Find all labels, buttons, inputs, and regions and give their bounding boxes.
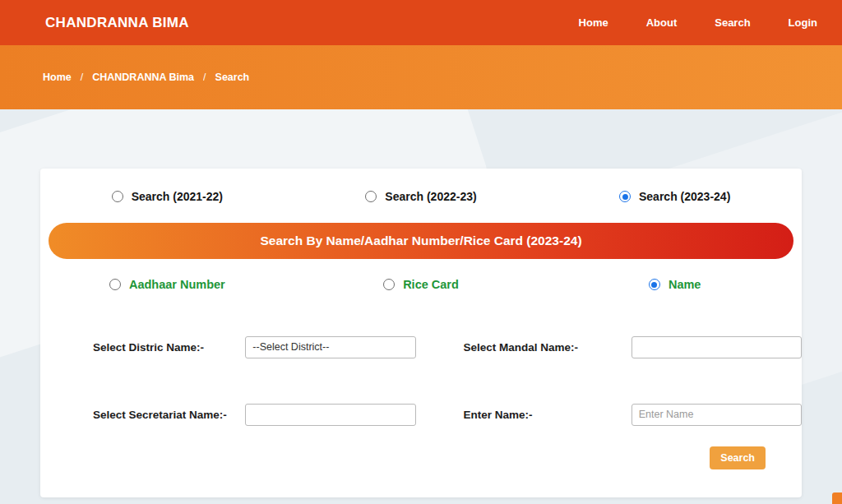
top-header: CHANDRANNA BIMA Home About Search Login xyxy=(0,0,842,45)
radio-button-icon[interactable] xyxy=(365,191,377,202)
radio-name[interactable]: Name xyxy=(548,278,802,291)
main-nav: Home About Search Login xyxy=(579,16,817,29)
form-row-1: Select Distric Name:- Select Mandal Name… xyxy=(40,335,802,359)
radio-button-icon[interactable] xyxy=(649,279,660,290)
breadcrumb-separator: / xyxy=(81,72,83,83)
radio-button-icon[interactable] xyxy=(112,191,123,202)
secretariat-select[interactable] xyxy=(245,404,415,426)
form-row-2: Select Secretariat Name:- Enter Name:- xyxy=(40,402,802,427)
radio-label: Aadhaar Number xyxy=(129,278,225,291)
button-row: Search xyxy=(40,446,802,469)
mandal-select[interactable] xyxy=(632,336,802,358)
radio-rice-card[interactable]: Rice Card xyxy=(294,278,548,291)
radio-label: Rice Card xyxy=(403,278,459,291)
breadcrumb-current: Search xyxy=(215,72,250,83)
radio-search-2022-23[interactable]: Search (2022-23) xyxy=(294,190,548,203)
breadcrumb: Home / CHANDRANNA Bima / Search xyxy=(43,72,249,83)
name-input[interactable] xyxy=(632,404,802,426)
radio-label: Name xyxy=(669,278,701,291)
breadcrumb-chandranna-bima[interactable]: CHANDRANNA Bima xyxy=(92,72,194,83)
radio-search-2021-22[interactable]: Search (2021-22) xyxy=(40,190,294,203)
brand-title: CHANDRANNA BIMA xyxy=(45,15,189,31)
search-card: Search (2021-22) Search (2022-23) Search… xyxy=(40,169,802,497)
scroll-top-button[interactable] xyxy=(832,492,842,504)
nav-item-home[interactable]: Home xyxy=(579,16,608,29)
nav-item-search[interactable]: Search xyxy=(715,16,750,29)
secretariat-label: Select Secretariat Name:- xyxy=(93,409,245,421)
mandal-label: Select Mandal Name:- xyxy=(463,341,631,354)
breadcrumb-home[interactable]: Home xyxy=(43,72,72,83)
radio-button-icon[interactable] xyxy=(109,279,121,290)
section-banner: Search By Name/Aadhar Number/Rice Card (… xyxy=(49,223,793,259)
nav-item-about[interactable]: About xyxy=(646,16,678,29)
nav-item-login[interactable]: Login xyxy=(789,16,817,29)
radio-button-icon[interactable] xyxy=(383,279,395,290)
breadcrumb-separator: / xyxy=(203,72,206,83)
section-banner-title: Search By Name/Aadhar Number/Rice Card (… xyxy=(260,234,581,248)
district-label: Select Distric Name:- xyxy=(93,341,245,354)
radio-label: Search (2022-23) xyxy=(385,190,476,203)
search-type-radio-group: Aadhaar Number Rice Card Name xyxy=(40,272,802,297)
year-radio-group: Search (2021-22) Search (2022-23) Search… xyxy=(40,182,802,211)
search-button[interactable]: Search xyxy=(710,446,766,469)
radio-label: Search (2021-22) xyxy=(132,190,223,203)
radio-search-2023-24[interactable]: Search (2023-24) xyxy=(548,190,802,203)
radio-label: Search (2023-24) xyxy=(639,190,730,203)
district-select[interactable] xyxy=(245,336,415,358)
enter-name-label: Enter Name:- xyxy=(463,409,631,421)
radio-aadhaar-number[interactable]: Aadhaar Number xyxy=(40,278,294,291)
breadcrumb-band: Home / CHANDRANNA Bima / Search xyxy=(0,45,842,109)
radio-button-icon[interactable] xyxy=(619,191,631,202)
